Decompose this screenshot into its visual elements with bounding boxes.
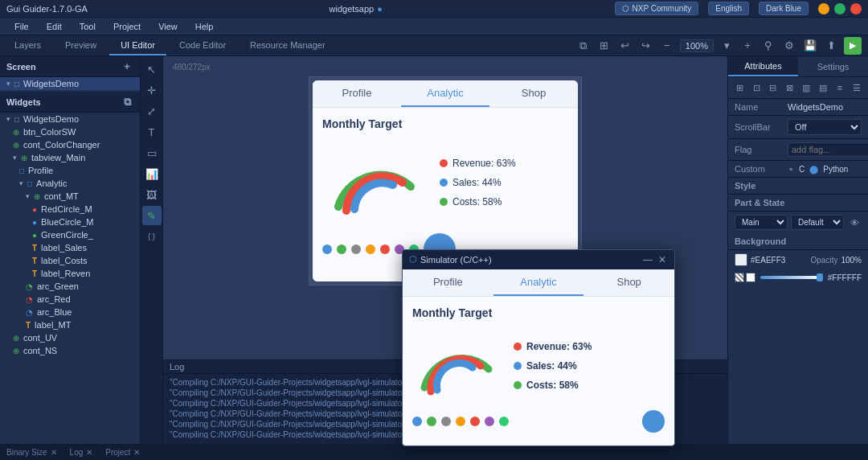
wt-redcircle[interactable]: ● RedCircle_M [0, 203, 140, 216]
nav-dot-1[interactable] [337, 244, 346, 254]
tab-settings[interactable]: Settings [798, 56, 868, 76]
part-select[interactable]: Main [735, 215, 788, 230]
sim-close-btn[interactable]: ✕ [657, 254, 668, 265]
attr-icon-7[interactable]: ≡ [833, 80, 847, 95]
menu-view[interactable]: View [150, 20, 186, 33]
wt-label-reven[interactable]: T label_Reven [0, 267, 140, 280]
nav-dot-2[interactable] [351, 244, 361, 254]
nxp-community-btn[interactable]: ⬡ NXP Community [615, 2, 699, 15]
python-radio[interactable]: ⬤ [809, 165, 818, 174]
tab-layers[interactable]: Layers [3, 35, 52, 55]
settings-btn[interactable]: ⚙ [781, 38, 797, 54]
wt-arc-red[interactable]: ◔ arc_Red [0, 293, 140, 306]
attr-icon-8[interactable]: ☰ [850, 80, 863, 95]
add-widget-btn[interactable]: ⧉ [121, 96, 133, 109]
preview-tab-shop[interactable]: Shop [489, 80, 578, 107]
tab-preview[interactable]: Preview [54, 35, 108, 55]
state-select[interactable]: Default [791, 215, 844, 230]
language-btn[interactable]: English [708, 2, 749, 15]
sim-tab-analytic[interactable]: Analytic [493, 269, 584, 296]
tab-resource-manager[interactable]: Resource Manager [239, 35, 337, 55]
c-radio[interactable]: ⚬ [788, 165, 794, 174]
wt-tabview-main[interactable]: ▾ ⊕ tabview_Main [0, 151, 140, 164]
maximize-btn[interactable] [834, 3, 845, 14]
attr-icon-5[interactable]: ▥ [800, 80, 813, 95]
project-status-close[interactable]: ✕ [133, 448, 140, 457]
attr-icon-6[interactable]: ▤ [817, 80, 830, 95]
redo-btn[interactable]: ↪ [638, 38, 654, 54]
wt-cont-colorchanger[interactable]: ⊕ cont_ColorChanger [0, 138, 140, 151]
undo-btn[interactable]: ↩ [617, 38, 633, 54]
copy-btn[interactable]: ⧉ [575, 38, 592, 54]
wt-widgetsdemo[interactable]: ▾ □ WidgetsDemo [0, 113, 140, 125]
wt-greencircle[interactable]: ● GreenCircle_ [0, 228, 140, 241]
binary-close-btn[interactable]: ✕ [51, 448, 57, 457]
zoom-in-btn[interactable]: + [739, 38, 755, 54]
scrollbar-select[interactable]: Off [788, 119, 862, 135]
chart-tool[interactable]: 📊 [142, 164, 162, 183]
sim-dot-5[interactable] [485, 417, 494, 426]
attr-icon-1[interactable]: ⊞ [733, 80, 747, 95]
nav-dot-3[interactable] [366, 244, 375, 254]
code-tool[interactable]: { } [142, 227, 162, 246]
theme-btn[interactable]: Dark Blue [759, 2, 809, 15]
zoom-out-btn[interactable]: − [659, 38, 675, 54]
preview-tab-profile[interactable]: Profile [313, 80, 401, 107]
attr-icon-2[interactable]: ⊡ [750, 80, 764, 95]
nav-dot-0[interactable] [322, 244, 332, 254]
opacity-slider-handle[interactable] [817, 273, 823, 281]
save-btn[interactable]: 💾 [802, 38, 818, 54]
wt-label-sales[interactable]: T label_Sales [0, 241, 140, 254]
menu-project[interactable]: Project [105, 20, 149, 33]
wt-label-mt[interactable]: T label_MT [0, 318, 140, 331]
menu-help[interactable]: Help [187, 20, 222, 33]
bg-color-swatch[interactable] [735, 253, 747, 266]
sim-dot-6[interactable] [499, 417, 509, 426]
select-tool[interactable]: ↖ [142, 60, 162, 79]
wt-profile[interactable]: □ Profile [0, 164, 140, 177]
paste-btn[interactable]: ⊞ [596, 38, 612, 54]
wt-analytic[interactable]: ▾ □ Analytic [0, 177, 140, 190]
image-tool[interactable]: 🖼 [142, 185, 162, 204]
menu-edit[interactable]: Edit [39, 20, 70, 33]
wt-btn-colorsw[interactable]: ⊕ btn_ColorSW [0, 125, 140, 138]
sim-minimize-btn[interactable]: — [642, 254, 653, 265]
tab-ui-editor[interactable]: UI Editor [109, 35, 166, 55]
wt-label-costs[interactable]: T label_Costs [0, 254, 140, 267]
wt-cont-ns[interactable]: ⊕ cont_NS [0, 344, 140, 357]
search-btn[interactable]: ⚲ [760, 38, 776, 54]
wt-arc-green[interactable]: ◔ arc_Green [0, 280, 140, 293]
menu-file[interactable]: File [6, 20, 37, 33]
pan-tool[interactable]: ✛ [142, 80, 162, 100]
sim-dot-3[interactable] [456, 417, 465, 426]
sim-tab-shop[interactable]: Shop [583, 269, 674, 296]
close-btn[interactable] [850, 3, 862, 14]
move-tool[interactable]: ⤢ [142, 101, 162, 121]
log-status-close[interactable]: ✕ [86, 448, 92, 457]
wt-cont-uv[interactable]: ⊕ cont_UV [0, 331, 140, 344]
sim-tab-profile[interactable]: Profile [403, 269, 493, 296]
sim-dot-2[interactable] [441, 417, 451, 426]
minimize-btn[interactable] [818, 3, 829, 14]
sim-dot-0[interactable] [412, 417, 422, 426]
attr-icon-4[interactable]: ⊠ [783, 80, 796, 95]
play-btn[interactable]: ▶ [844, 37, 862, 55]
wt-arc-blue[interactable]: ◔ arc_Blue [0, 306, 140, 318]
sim-dot-1[interactable] [427, 417, 436, 426]
flag-input[interactable] [788, 142, 868, 157]
wt-bluecircle[interactable]: ● BlueCircle_M [0, 216, 140, 228]
export-btn[interactable]: ⬆ [823, 38, 839, 54]
nav-dot-4[interactable] [380, 244, 390, 254]
layer-widgetsdemo[interactable]: ▾ □ WidgetsDemo [0, 77, 140, 90]
menu-tool[interactable]: Tool [72, 20, 104, 33]
add-screen-btn[interactable]: + [121, 60, 133, 73]
text-tool[interactable]: T [142, 122, 162, 142]
preview-tab-analytic[interactable]: Analytic [401, 80, 489, 107]
sim-dot-large[interactable] [642, 410, 665, 433]
eye-icon[interactable]: 👁 [847, 216, 862, 230]
paint-tool[interactable]: ✎ [142, 206, 162, 225]
wt-cont-mt[interactable]: ▾ ⊕ cont_MT [0, 190, 140, 203]
shape-tool[interactable]: ▭ [142, 143, 162, 162]
zoom-dropdown-btn[interactable]: ▾ [719, 38, 735, 54]
tab-code-editor[interactable]: Code Editor [168, 35, 237, 55]
